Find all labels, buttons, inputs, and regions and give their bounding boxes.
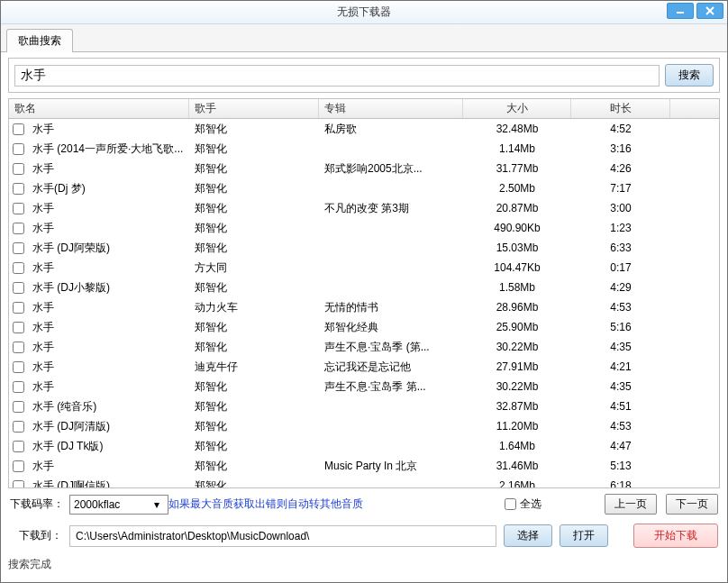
cell-album: 私房歌 [319,122,463,137]
table-row[interactable]: 水手郑智化不凡的改变 第3期20.87Mb3:00 [9,198,719,218]
next-page-button[interactable]: 下一页 [666,494,718,515]
table-row[interactable]: 水手 (DJ阿清版)郑智化11.20Mb4:53 [9,416,719,436]
cell-name: 水手 [27,340,189,355]
cell-duration: 4:52 [571,123,670,135]
table-row[interactable]: 水手(Dj 梦)郑智化2.50Mb7:17 [9,178,719,198]
open-button[interactable]: 打开 [560,524,608,547]
row-checkbox[interactable] [13,441,24,452]
cell-name: 水手(Dj 梦) [27,181,189,196]
select-all-checkbox[interactable] [505,498,516,510]
row-checkbox[interactable] [13,421,24,433]
col-size[interactable]: 大小 [463,99,571,118]
choose-button[interactable]: 选择 [504,524,552,547]
search-input[interactable] [14,65,660,87]
select-all[interactable]: 全选 [505,496,541,512]
cell-album: 声生不息·宝岛季 (第... [319,340,463,355]
row-checkbox[interactable] [13,163,24,175]
prev-page-button[interactable]: 上一页 [605,494,657,515]
table-row[interactable]: 水手迪克牛仔忘记我还是忘记他27.91Mb4:21 [9,357,719,377]
row-checkbox[interactable] [13,460,24,472]
cell-name: 水手 [27,379,189,395]
cell-size: 20.87Mb [463,202,571,214]
table-row[interactable]: 水手郑智化声生不息·宝岛季 第...30.22Mb4:35 [9,377,719,396]
col-duration[interactable]: 时长 [571,99,670,118]
col-album[interactable]: 专辑 [319,99,463,118]
row-checkbox[interactable] [13,342,24,353]
row-checkbox[interactable] [13,143,24,155]
row-checkbox[interactable] [13,322,24,333]
cell-size: 25.90Mb [463,321,571,333]
table-row[interactable]: 水手 (DJ小黎版)郑智化1.58Mb4:29 [9,278,719,297]
table-row[interactable]: 水手动力火车无情的情书28.96Mb4:53 [9,297,719,317]
cell-album: 郑式影响2005北京... [319,161,463,177]
cell-artist: 郑智化 [189,221,319,236]
row-checkbox[interactable] [13,183,24,195]
cell-size: 104.47Kb [463,261,571,274]
search-button[interactable]: 搜索 [665,64,714,87]
window-title: 无损下载器 [337,5,391,20]
dest-path-input[interactable] [69,525,496,547]
row-checkbox[interactable] [13,123,24,135]
table-row[interactable]: 水手郑智化私房歌32.48Mb4:52 [9,119,719,139]
cell-artist: 郑智化 [189,122,319,137]
titlebar: 无损下载器 [1,1,727,24]
cell-duration: 3:16 [571,142,670,155]
row-checkbox[interactable] [13,361,24,373]
cell-duration: 0:17 [571,261,670,274]
tab-song-search[interactable]: 歌曲搜索 [6,29,73,52]
cell-size: 32.87Mb [463,400,571,413]
table-row[interactable]: 水手 (DJ阿荣版)郑智化15.03Mb6:33 [9,238,719,258]
row-checkbox[interactable] [13,381,24,393]
table-row[interactable]: 水手郑智化郑式影响2005北京...31.77Mb4:26 [9,159,719,178]
cell-name: 水手 (DJ阿清版) [27,419,189,434]
row-checkbox[interactable] [13,282,24,294]
start-download-button[interactable]: 开始下载 [633,524,718,548]
row-checkbox[interactable] [13,401,24,413]
cell-size: 1.64Mb [463,440,571,452]
cell-duration: 4:26 [571,162,670,175]
table-row[interactable]: 水手郑智化声生不息·宝岛季 (第...30.22Mb4:35 [9,337,719,357]
cell-duration: 6:18 [571,479,670,487]
bitrate-select[interactable] [69,495,168,515]
cell-album: 忘记我还是忘记他 [319,360,463,375]
table-row[interactable]: 水手郑智化郑智化经典25.90Mb5:16 [9,317,719,337]
footer-row-2: 下载到： 选择 打开 开始下载 [1,520,727,555]
cell-artist: 郑智化 [189,459,319,474]
cell-size: 30.22Mb [463,341,571,353]
row-checkbox[interactable] [13,302,24,314]
table-row[interactable]: 水手 (DJ Tk版)郑智化1.64Mb4:47 [9,436,719,456]
table-row[interactable]: 水手 (2014一声所爱·大地飞歌...郑智化1.14Mb3:16 [9,139,719,159]
cell-size: 32.48Mb [463,123,571,135]
cell-size: 27.91Mb [463,360,571,373]
row-checkbox[interactable] [13,262,24,274]
cell-album: 声生不息·宝岛季 第... [319,379,463,395]
cell-name: 水手 (DJ啊信版) [27,478,189,488]
status-bar: 搜索完成 [1,555,727,576]
cell-artist: 郑智化 [189,141,319,157]
col-name[interactable]: 歌名 [9,99,189,118]
cell-size: 2.50Mb [463,182,571,195]
col-artist[interactable]: 歌手 [189,99,319,118]
cell-artist: 郑智化 [189,280,319,296]
cell-name: 水手 [27,221,189,236]
row-checkbox[interactable] [13,480,24,488]
minimize-button[interactable] [667,3,694,19]
table-row[interactable]: 水手 (纯音乐)郑智化32.87Mb4:51 [9,396,719,416]
row-checkbox[interactable] [13,203,24,214]
cell-artist: 郑智化 [189,379,319,395]
table-row[interactable]: 水手郑智化490.90Kb1:23 [9,218,719,238]
table-row[interactable]: 水手 (DJ啊信版)郑智化2.16Mb6:18 [9,476,719,487]
table-row[interactable]: 水手郑智化Music Party In 北京31.46Mb5:13 [9,456,719,476]
cell-artist: 郑智化 [189,241,319,256]
cell-size: 15.03Mb [463,241,571,254]
table-body[interactable]: 水手郑智化私房歌32.48Mb4:52水手 (2014一声所爱·大地飞歌...郑… [9,119,719,487]
table-row[interactable]: 水手方大同104.47Kb0:17 [9,258,719,278]
cell-name: 水手 (纯音乐) [27,399,189,414]
row-checkbox[interactable] [13,223,24,234]
row-checkbox[interactable] [13,242,24,254]
cell-artist: 郑智化 [189,419,319,434]
cell-duration: 4:53 [571,420,670,433]
cell-size: 1.58Mb [463,281,571,294]
cell-size: 1.14Mb [463,142,571,155]
close-button[interactable] [696,3,723,19]
